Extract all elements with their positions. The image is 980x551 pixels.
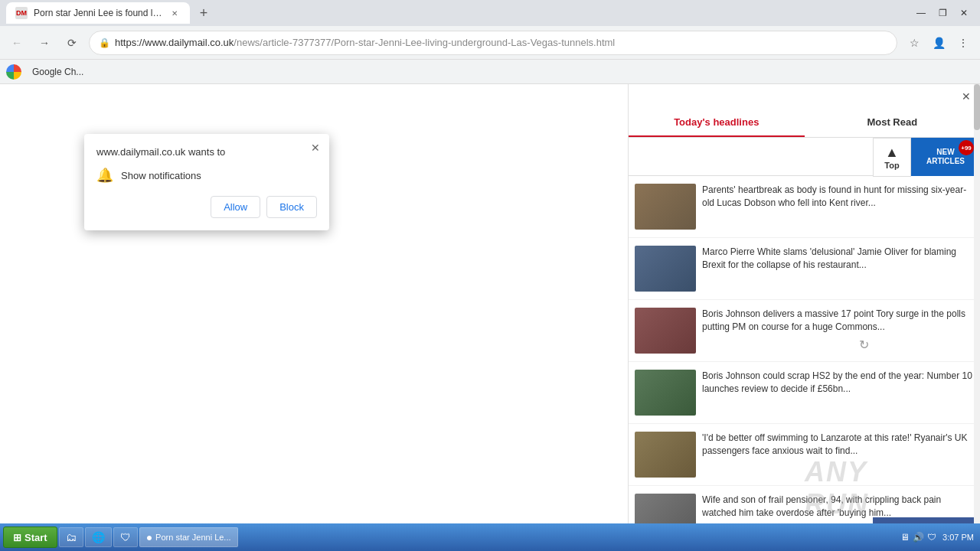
ie-icon: 🌐 bbox=[92, 531, 105, 543]
news-item[interactable]: Parents' heartbreak as body is found in … bbox=[629, 176, 980, 238]
taskbar-chrome[interactable]: ● Porn star Jenni Le... bbox=[139, 527, 238, 547]
taskbar-explorer[interactable]: 🗂 bbox=[59, 527, 83, 547]
news-thumbnail bbox=[635, 432, 696, 478]
url-text: https://www.dailymail.co.uk/news/article… bbox=[115, 37, 887, 48]
bookmark-label: Google Ch... bbox=[32, 67, 83, 77]
news-headline: Parents' heartbreak as body is found in … bbox=[702, 184, 974, 230]
new-tab-button[interactable]: + bbox=[193, 2, 214, 24]
clock: 3:07 PM bbox=[942, 532, 974, 543]
scrollbar-track[interactable] bbox=[974, 84, 980, 551]
bookmark-google-chrome[interactable]: Google Ch... bbox=[24, 63, 91, 81]
start-label: Start bbox=[24, 532, 47, 543]
tab-most-read[interactable]: Most Read bbox=[805, 109, 981, 137]
new-articles-badge: +99 bbox=[959, 140, 974, 155]
avast-icon: 🛡 bbox=[120, 531, 131, 543]
reload-button[interactable]: ⟳ bbox=[61, 32, 83, 54]
address-right: ☆ 👤 ⋮ bbox=[903, 32, 974, 54]
chrome-taskbar-icon: ● bbox=[146, 531, 152, 543]
volume-icon[interactable]: 🔊 bbox=[913, 532, 924, 543]
scrollbar-thumb[interactable] bbox=[974, 84, 980, 130]
url-domain: https://www.dailymail.co.uk bbox=[115, 37, 234, 48]
new-articles-button[interactable]: NEWARTICLES +99 bbox=[911, 138, 980, 176]
maximize-button[interactable]: ❐ bbox=[933, 5, 952, 21]
news-thumbnail bbox=[635, 246, 696, 292]
account-icon[interactable]: 👤 bbox=[928, 32, 949, 54]
top-label: Top bbox=[878, 161, 906, 170]
bookmark-star-icon[interactable]: ☆ bbox=[903, 32, 925, 54]
address-bar: ← → ⟳ 🔒 https://www.dailymail.co.uk/news… bbox=[0, 26, 980, 60]
back-button[interactable]: ← bbox=[6, 32, 28, 54]
popup-request-text: Show notifications bbox=[121, 170, 201, 181]
browser-frame: DM Porn star Jenni Lee is found living i… bbox=[0, 0, 980, 551]
news-item[interactable]: Marco Pierre White slams 'delusional' Ja… bbox=[629, 238, 980, 300]
right-sidebar: ✕ Today's headlines Most Read ▲ Top NEWA… bbox=[628, 84, 980, 551]
bookmarks-bar: Google Ch... bbox=[0, 60, 980, 84]
time-display: 3:07 PM bbox=[942, 532, 974, 543]
title-bar: DM Porn star Jenni Lee is found living i… bbox=[0, 0, 980, 26]
loading-spinner: ↻ bbox=[859, 337, 869, 352]
lock-icon: 🔒 bbox=[99, 37, 110, 48]
news-thumbnail bbox=[635, 184, 696, 230]
tab-favicon: DM bbox=[15, 7, 28, 19]
taskbar-avast[interactable]: 🛡 bbox=[113, 527, 138, 547]
network-icon[interactable]: 🖥 bbox=[900, 532, 910, 543]
notification-popup: ✕ www.dailymail.co.uk wants to 🔔 Show no… bbox=[84, 134, 329, 230]
page-content: ✕ www.dailymail.co.uk wants to 🔔 Show no… bbox=[0, 84, 980, 551]
security-icon[interactable]: 🛡 bbox=[927, 532, 936, 543]
news-headline: Boris Johnson delivers a massive 17 poin… bbox=[702, 308, 974, 354]
forward-button[interactable]: → bbox=[34, 32, 55, 54]
taskbar-ie[interactable]: 🌐 bbox=[85, 527, 112, 547]
sys-icons: 🖥 🔊 🛡 bbox=[900, 532, 936, 543]
start-icon: ⊞ bbox=[13, 532, 21, 543]
chrome-icon bbox=[6, 64, 21, 80]
menu-icon[interactable]: ⋮ bbox=[952, 32, 974, 54]
explorer-icon: 🗂 bbox=[66, 531, 77, 543]
popup-close-button[interactable]: ✕ bbox=[308, 140, 323, 155]
popup-buttons: Allow Block bbox=[96, 196, 317, 218]
taskbar-right: 🖥 🔊 🛡 3:07 PM bbox=[900, 532, 977, 543]
sidebar-tabs: Today's headlines Most Read bbox=[629, 109, 980, 138]
sidebar-close-button[interactable]: ✕ bbox=[959, 87, 974, 106]
url-path: /news/article-7377377/Porn-star-Jenni-Le… bbox=[234, 37, 615, 48]
active-tab[interactable]: DM Porn star Jenni Lee is found living i… bbox=[6, 2, 190, 24]
taskbar: ⊞ Start 🗂 🌐 🛡 ● Porn star Jenni Le... 🖥 … bbox=[0, 523, 980, 551]
start-button[interactable]: ⊞ Start bbox=[3, 527, 57, 548]
news-thumbnail bbox=[635, 370, 696, 416]
bell-icon: 🔔 bbox=[96, 167, 113, 184]
tab-title: Porn star Jenni Lee is found living in .… bbox=[34, 8, 162, 18]
tab-todays-headlines[interactable]: Today's headlines bbox=[629, 109, 805, 137]
news-item[interactable]: Boris Johnson could scrap HS2 by the end… bbox=[629, 362, 980, 424]
allow-button[interactable]: Allow bbox=[211, 196, 260, 218]
url-bar[interactable]: 🔒 https://www.dailymail.co.uk/news/artic… bbox=[89, 31, 897, 55]
minimize-button[interactable]: — bbox=[911, 5, 931, 21]
news-headline: Boris Johnson could scrap HS2 by the end… bbox=[702, 370, 974, 416]
window-controls: — ❐ ✕ bbox=[911, 5, 974, 21]
tab-close-button[interactable]: ✕ bbox=[168, 7, 181, 19]
news-item[interactable]: Boris Johnson delivers a massive 17 poin… bbox=[629, 300, 980, 362]
news-headline: Marco Pierre White slams 'delusional' Ja… bbox=[702, 246, 974, 292]
watermark: ANYRUN bbox=[805, 456, 869, 520]
news-thumbnail bbox=[635, 308, 696, 354]
sidebar-top: ✕ bbox=[629, 84, 980, 109]
top-button[interactable]: ▲ Top bbox=[873, 138, 911, 177]
popup-request: 🔔 Show notifications bbox=[96, 167, 317, 184]
block-button[interactable]: Block bbox=[266, 196, 317, 218]
close-button[interactable]: ✕ bbox=[954, 5, 974, 21]
chrome-taskbar-label: Porn star Jenni Le... bbox=[155, 533, 230, 542]
popup-site-text: www.dailymail.co.uk wants to bbox=[96, 146, 317, 158]
sidebar-actions: ▲ Top NEWARTICLES +99 bbox=[629, 138, 980, 176]
